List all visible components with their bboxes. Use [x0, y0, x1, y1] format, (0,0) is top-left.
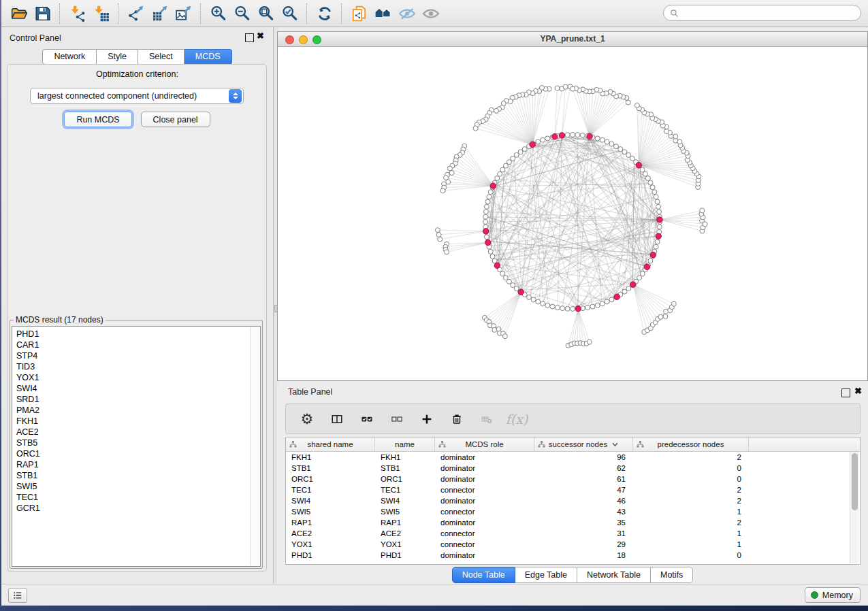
mcds-result-item[interactable]: YOX1 — [16, 372, 260, 383]
mcds-result-item[interactable]: RAP1 — [16, 459, 260, 470]
table-row[interactable]: SWI5SWI5connector431 — [286, 506, 860, 517]
table-row[interactable]: FKH1FKH1dominator962 — [286, 452, 860, 463]
cell-MCDS-role[interactable]: connector — [435, 486, 534, 494]
cell-shared-name[interactable]: SWI5 — [286, 508, 375, 516]
export-network-button[interactable] — [125, 2, 147, 24]
cell-MCDS-role[interactable]: dominator — [435, 475, 534, 483]
table-row[interactable]: TEC1TEC1connector472 — [286, 484, 860, 495]
network-canvas[interactable] — [278, 47, 867, 380]
cell-successor-nodes[interactable]: 43 — [534, 508, 633, 516]
select-all-button[interactable] — [357, 409, 377, 429]
mcds-result-item[interactable]: FKH1 — [16, 416, 260, 427]
export-table-button[interactable] — [148, 2, 171, 24]
zoom-fit-button[interactable] — [255, 2, 277, 24]
cell-name[interactable]: RAP1 — [375, 518, 435, 527]
cell-MCDS-role[interactable]: dominator — [435, 453, 534, 461]
column-header-successor-nodes[interactable]: successor nodes — [534, 437, 633, 451]
cell-shared-name[interactable]: ACE2 — [286, 529, 375, 538]
open-file-button[interactable] — [7, 2, 30, 24]
first-neighbors-button[interactable] — [372, 2, 394, 24]
cell-predecessor-nodes[interactable]: 2 — [633, 486, 749, 494]
tab-network-table[interactable]: Network Table — [577, 567, 651, 583]
search-field[interactable] — [663, 5, 861, 21]
save-session-button[interactable] — [31, 2, 54, 24]
column-header-MCDS-role[interactable]: MCDS role — [435, 437, 534, 451]
export-image-button[interactable] — [172, 2, 195, 24]
cell-MCDS-role[interactable]: connector — [435, 540, 534, 548]
cell-MCDS-role[interactable]: dominator — [435, 551, 534, 559]
tab-node-table[interactable]: Node Table — [452, 567, 515, 583]
tab-motifs[interactable]: Motifs — [651, 567, 693, 583]
cell-name[interactable]: TEC1 — [375, 486, 435, 494]
function-builder-button[interactable]: f(x) — [507, 409, 527, 429]
mcds-result-item[interactable]: ORC1 — [16, 448, 260, 459]
cell-MCDS-role[interactable]: connector — [435, 529, 534, 538]
scrollbar-thumb[interactable] — [852, 453, 858, 510]
import-network-button[interactable] — [66, 2, 89, 24]
zoom-out-button[interactable] — [231, 2, 253, 24]
run-mcds-button[interactable]: Run MCDS — [64, 112, 131, 127]
show-all-button[interactable] — [419, 2, 442, 24]
cell-shared-name[interactable]: PHD1 — [286, 551, 375, 559]
hide-selected-button[interactable] — [396, 2, 418, 24]
mcds-result-list[interactable]: PHD1CAR1STP4TID3YOX1SWI4SRD1PMA2FKH1ACE2… — [12, 326, 261, 567]
mcds-result-item[interactable]: SWI4 — [16, 383, 260, 394]
cell-predecessor-nodes[interactable]: 1 — [633, 508, 749, 516]
column-header-predecessor-nodes[interactable]: predecessor nodes — [633, 437, 749, 451]
mcds-result-item[interactable]: ACE2 — [16, 427, 260, 437]
cell-shared-name[interactable]: TEC1 — [286, 486, 375, 494]
import-table-button[interactable] — [90, 2, 112, 24]
float-table-panel-icon[interactable] — [841, 389, 850, 397]
cell-predecessor-nodes[interactable]: 2 — [633, 518, 749, 527]
cell-name[interactable]: ORC1 — [375, 475, 435, 483]
table-row[interactable]: PHD1PHD1dominator180 — [286, 550, 860, 561]
cell-predecessor-nodes[interactable]: 2 — [633, 497, 749, 505]
float-panel-icon[interactable] — [245, 33, 254, 42]
tab-mcds[interactable]: MCDS — [184, 49, 232, 65]
cell-successor-nodes[interactable]: 47 — [534, 486, 633, 494]
mcds-result-item[interactable]: STB1 — [16, 470, 260, 481]
mcds-result-item[interactable]: CAR1 — [16, 340, 260, 350]
cell-successor-nodes[interactable]: 62 — [534, 464, 633, 472]
column-header-shared-name[interactable]: shared name — [286, 437, 375, 451]
cell-MCDS-role[interactable]: dominator — [435, 464, 534, 472]
column-header-name[interactable]: name — [375, 437, 435, 451]
split-panel-button[interactable] — [327, 409, 347, 429]
memory-button[interactable]: Memory — [805, 587, 861, 603]
mcds-result-item[interactable]: SWI5 — [16, 481, 260, 492]
cell-MCDS-role[interactable]: dominator — [435, 518, 534, 527]
cell-successor-nodes[interactable]: 35 — [534, 518, 633, 527]
cell-successor-nodes[interactable]: 29 — [534, 540, 633, 548]
close-table-panel-icon[interactable]: ✖ — [854, 386, 862, 396]
optimization-criterion-select[interactable]: largest connected component (undirected) — [30, 88, 244, 104]
table-row[interactable]: STB1STB1dominator620 — [286, 463, 860, 474]
table-scrollbar[interactable] — [850, 452, 859, 563]
mcds-result-item[interactable]: GCR1 — [16, 503, 260, 514]
cell-name[interactable]: PHD1 — [375, 551, 435, 559]
cell-name[interactable]: FKH1 — [375, 453, 435, 461]
close-panel-button[interactable]: Close panel — [141, 112, 210, 127]
cell-name[interactable]: SWI4 — [375, 497, 435, 505]
cell-name[interactable]: YOX1 — [375, 540, 435, 548]
unselect-all-button[interactable] — [387, 409, 407, 429]
cell-predecessor-nodes[interactable]: 0 — [633, 475, 749, 483]
mcds-result-item[interactable]: PMA2 — [16, 405, 260, 416]
mcds-result-item[interactable]: TEC1 — [16, 492, 260, 503]
tab-edge-table[interactable]: Edge Table — [515, 567, 577, 583]
cell-MCDS-role[interactable]: connector — [435, 508, 534, 516]
mcds-list-scrollbar[interactable] — [250, 327, 259, 565]
table-row[interactable]: RAP1RAP1dominator352 — [286, 517, 860, 528]
cell-name[interactable]: SWI5 — [375, 508, 435, 516]
cell-shared-name[interactable]: SWI4 — [286, 497, 375, 505]
tab-style[interactable]: Style — [97, 49, 138, 65]
cell-shared-name[interactable]: ORC1 — [286, 475, 375, 483]
network-window-titlebar[interactable]: YPA_prune.txt_1 — [278, 32, 867, 47]
cell-shared-name[interactable]: YOX1 — [286, 540, 375, 548]
search-input[interactable] — [682, 7, 855, 18]
cell-successor-nodes[interactable]: 46 — [534, 497, 633, 505]
cell-predecessor-nodes[interactable]: 0 — [633, 551, 749, 559]
delete-column-button[interactable] — [447, 409, 467, 429]
cell-successor-nodes[interactable]: 96 — [534, 453, 633, 461]
mcds-result-item[interactable]: STP4 — [16, 350, 260, 361]
close-panel-icon[interactable]: ✖ — [257, 31, 264, 41]
